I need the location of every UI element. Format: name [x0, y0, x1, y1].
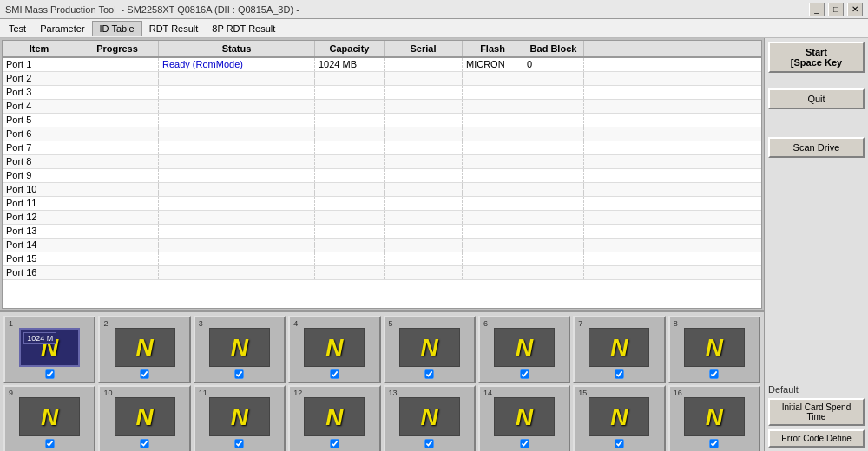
- port-number: 16: [674, 389, 682, 397]
- port-number: 4: [293, 319, 298, 328]
- app-name: SMI Mass Production Tool: [5, 4, 116, 15]
- port-letter: N: [41, 403, 58, 431]
- table-cell: [523, 252, 584, 265]
- table-cell: [385, 266, 463, 279]
- table-cell: [76, 86, 159, 99]
- table-row: Port 7: [3, 141, 761, 155]
- table-cell: [76, 100, 159, 113]
- port-display[interactable]: 1024 MN: [19, 328, 80, 367]
- menu-test[interactable]: Test: [2, 22, 33, 36]
- port-display[interactable]: N: [209, 328, 270, 367]
- port-checkbox[interactable]: [520, 439, 529, 448]
- table-cell: [463, 127, 523, 141]
- col-status: Status: [159, 41, 315, 56]
- port-display[interactable]: N: [494, 397, 555, 436]
- port-display[interactable]: N: [115, 328, 175, 367]
- table-cell: [315, 252, 385, 265]
- menu-bar: Test Parameter ID Table RDT Result 8P RD…: [0, 19, 868, 38]
- minimize-button[interactable]: _: [809, 3, 825, 16]
- table-cell: [76, 155, 159, 168]
- port-checkbox[interactable]: [330, 369, 339, 378]
- port-card: 13N: [384, 385, 476, 451]
- table-cell: [159, 211, 315, 224]
- table-cell: Port 7: [3, 141, 76, 154]
- table-cell: [385, 86, 463, 99]
- table-cell: Port 15: [3, 252, 76, 265]
- port-card: 16N: [668, 385, 760, 451]
- table-cell: [385, 169, 463, 182]
- table-row: Port 5: [3, 114, 761, 127]
- port-checkbox[interactable]: [710, 369, 719, 378]
- port-letter: N: [516, 403, 533, 431]
- close-button[interactable]: ✕: [847, 3, 863, 16]
- port-display[interactable]: N: [115, 397, 175, 436]
- table-cell: [523, 127, 584, 141]
- title-bar: SMI Mass Production Tool - SM2258XT Q081…: [0, 0, 868, 19]
- port-checkbox[interactable]: [235, 439, 244, 448]
- port-letter: N: [610, 403, 628, 431]
- table-cell: [315, 114, 385, 127]
- quit-button[interactable]: Quit: [768, 88, 865, 109]
- table-cell: [463, 183, 523, 196]
- table-cell: [315, 169, 385, 182]
- port-card: 7N: [573, 316, 665, 383]
- title-bar-text: SMI Mass Production Tool - SM2258XT Q081…: [5, 4, 299, 15]
- port-number: 11: [199, 389, 207, 397]
- menu-8p-rdt-result[interactable]: 8P RDT Result: [205, 22, 282, 36]
- port-checkbox[interactable]: [45, 369, 54, 378]
- maximize-button[interactable]: □: [828, 3, 844, 16]
- table-cell: [159, 169, 315, 182]
- port-display[interactable]: N: [304, 397, 365, 436]
- port-checkbox[interactable]: [520, 369, 529, 378]
- port-checkbox[interactable]: [330, 439, 339, 448]
- table-cell: [385, 155, 463, 168]
- table-cell: [76, 239, 159, 252]
- port-checkbox[interactable]: [615, 369, 623, 378]
- table-cell: [159, 72, 315, 85]
- port-display[interactable]: N: [684, 397, 745, 436]
- port-checkbox[interactable]: [424, 439, 433, 448]
- scan-drive-button[interactable]: Scan Drive: [768, 137, 865, 158]
- menu-id-table[interactable]: ID Table: [92, 21, 142, 36]
- table-header: Item Progress Status Capacity Serial Fla…: [3, 41, 761, 58]
- port-display[interactable]: N: [589, 397, 649, 436]
- table-cell: Port 3: [3, 86, 76, 99]
- table-cell: [159, 86, 315, 99]
- initial-card-button[interactable]: Initial Card Spend Time: [768, 398, 865, 426]
- table-cell: [385, 225, 463, 238]
- table-cell: Port 8: [3, 155, 76, 168]
- table-cell: [463, 239, 523, 252]
- port-display[interactable]: N: [399, 397, 460, 436]
- port-checkbox[interactable]: [140, 369, 148, 378]
- port-card: 2N: [98, 316, 190, 383]
- table-cell: [385, 100, 463, 113]
- port-number: 2: [103, 319, 108, 328]
- table-row: Port 4: [3, 100, 761, 114]
- start-button[interactable]: Start [Space Key: [768, 42, 865, 73]
- port-checkbox[interactable]: [424, 369, 433, 378]
- error-code-button[interactable]: Error Code Define: [768, 429, 865, 448]
- port-display[interactable]: N: [304, 328, 365, 367]
- port-display[interactable]: N: [494, 328, 555, 367]
- table-cell: Port 1: [3, 58, 76, 71]
- table-cell: [523, 266, 584, 279]
- table-cell: [463, 266, 523, 279]
- menu-rdt-result[interactable]: RDT Result: [142, 22, 206, 36]
- port-checkbox[interactable]: [45, 439, 54, 448]
- table-cell: [159, 155, 315, 168]
- port-checkbox[interactable]: [615, 439, 623, 448]
- port-capacity: 1024 M: [23, 332, 56, 344]
- port-checkbox[interactable]: [710, 439, 719, 448]
- port-checkbox[interactable]: [235, 369, 244, 378]
- menu-parameter[interactable]: Parameter: [33, 22, 91, 36]
- port-display[interactable]: N: [19, 397, 80, 436]
- port-display[interactable]: N: [684, 328, 745, 367]
- table-cell: [463, 169, 523, 182]
- port-checkbox[interactable]: [140, 439, 148, 448]
- port-display[interactable]: N: [589, 328, 649, 367]
- port-display[interactable]: N: [209, 397, 270, 436]
- table-cell: [76, 114, 159, 127]
- port-display[interactable]: N: [399, 328, 460, 367]
- table-cell: [76, 127, 159, 141]
- table-cell: [385, 211, 463, 224]
